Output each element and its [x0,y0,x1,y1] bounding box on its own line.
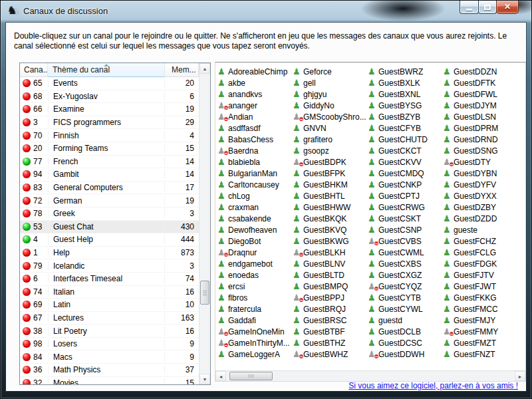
vertical-scrollbar-thumb[interactable] [200,281,209,305]
table-row[interactable]: 32Movies15 [20,377,199,385]
table-row[interactable]: 72German19 [20,194,199,207]
table-row[interactable]: 36Math Physics37 [20,364,199,377]
user-list-horizontal-scrollbar[interactable]: ◄ ► [215,370,525,381]
user-list-item[interactable]: ♟GuestCMDQ [368,168,443,179]
user-list-item[interactable]: ♟GuestBZYB [368,111,443,122]
user-list-item[interactable]: ♟GuestBTHZ [293,337,368,348]
user-list-item[interactable]: ♟GuestFMJY [443,315,518,326]
table-row[interactable]: 79Icelandic3 [20,259,199,273]
user-list-item[interactable]: ♟GuestDZDD [443,213,518,224]
user-list-item[interactable]: ♟Andian [217,111,293,122]
user-list-item[interactable]: ♟Geforce [293,66,368,77]
scroll-left-icon[interactable]: ◄ [215,371,226,381]
user-list-item[interactable]: ♟Draqnur [217,247,293,258]
table-row[interactable]: 84Macs9 [20,350,199,364]
user-list-item[interactable]: ♟DiegoBot [217,235,293,247]
user-list-item[interactable]: ♟craxman [217,201,293,213]
user-list-item[interactable]: ♟GuestCYQZ [368,281,443,292]
user-list-item[interactable]: ♟AdoreableChimp [217,66,293,77]
user-list-item[interactable]: ♟GuestFJTV [443,269,518,281]
user-list-item[interactable]: ♟GuestBHKM [293,179,368,190]
user-list-item[interactable]: ♟GuestBHTL [293,190,368,201]
user-list-item[interactable]: ♟GuestBWHZ [293,348,368,360]
user-list-item[interactable]: ♟enoedas [217,269,293,281]
table-row[interactable]: 67Lectures163 [20,312,199,325]
user-list-item[interactable]: ♟BabasChess [217,134,293,145]
user-list-item[interactable]: ♟GuestFDGK [443,258,518,269]
user-list-item[interactable]: ♟GuestCXGZ [368,269,443,281]
user-list-item[interactable]: ♟GNVN [293,122,368,134]
user-list-item[interactable]: ♟Gaddafi [217,315,293,326]
user-list-item[interactable]: ♟GuestFMMY [443,326,518,337]
table-row[interactable]: 20Forming Teams15 [20,142,199,156]
user-list-item[interactable]: ♟GuestCXBS [368,258,443,269]
maximize-button[interactable] [478,1,497,14]
user-list-item[interactable]: ♟gsoopz [293,145,368,156]
user-list-item[interactable]: ♟GameLoggerA [217,348,293,360]
user-list-item[interactable]: ♟GuestDZBY [443,201,518,213]
user-list-item[interactable]: ♟gueste [443,224,518,235]
column-header-theme[interactable]: Thème du canal [48,63,165,77]
user-list-item[interactable]: ♟csabakende [217,213,293,224]
table-row[interactable]: 94Gambit14 [20,168,199,182]
table-row[interactable]: 98Losers9 [20,338,199,351]
user-list-item[interactable]: ♟guestd [368,315,443,326]
user-list-item[interactable]: ♟GuestFNZT [443,348,518,360]
user-list-item[interactable]: ♟GuestDRND [443,134,518,145]
user-list-item[interactable]: ♟GuestDFTK [443,77,518,88]
user-list-item[interactable]: ♟endgamebot [217,258,293,269]
user-list-item[interactable]: ♟GuestCSNP [368,224,443,235]
user-list-item[interactable]: ♟GuestDTY [443,156,518,168]
user-list-item[interactable]: ♟GuestDCSC [368,337,443,348]
user-list-item[interactable]: ♟GuestCFYB [368,122,443,134]
user-list-item[interactable]: ♟GuestBLKH [293,247,368,258]
user-list-item[interactable]: ♟GuestDYFV [443,179,518,190]
user-list-item[interactable]: ♟Baerdna [217,145,293,156]
title-bar[interactable]: ♘ ♞ Canaux de discussion ✕ [1,1,532,23]
user-list-item[interactable]: ♟GuestCVBS [368,235,443,247]
user-list-item[interactable]: ♟GuestBKQK [293,213,368,224]
user-list-item[interactable]: ♟GuestCSKT [368,213,443,224]
user-list-item[interactable]: ♟Dewofheaven [217,224,293,235]
user-list-item[interactable]: ♟GuestDCLB [368,326,443,337]
user-list-item[interactable]: ♟GuestDDWH [368,348,443,360]
table-row[interactable]: 65Events20 [20,77,199,90]
user-list-item[interactable]: ♟BulgarianMan [217,168,293,179]
user-list-item[interactable]: ♟GuestDDZN [443,66,518,77]
table-row[interactable]: 77French14 [20,156,199,169]
user-list-item[interactable]: ♟fratercula [217,303,293,315]
user-list-item[interactable]: ♟GuestDSNG [443,145,518,156]
user-list-item[interactable]: ♟GuestBRQJ [293,303,368,315]
table-row[interactable]: 38Lit Poetry16 [20,325,199,338]
close-button[interactable]: ✕ [496,1,519,14]
channel-table-vertical-scrollbar[interactable]: ▲ ▼ [199,63,210,384]
minimize-button[interactable] [460,1,479,14]
user-list-item[interactable]: ♟GuestFMCC [443,303,518,315]
user-list-item[interactable]: ♟GuestBDPK [293,156,368,168]
share-app-link[interactable]: Si vous aimez ce logiciel, parlez-en à v… [348,381,518,390]
scroll-right-icon[interactable]: ► [515,371,525,381]
user-list-item[interactable]: ♟GuestCKVV [368,156,443,168]
user-list-item[interactable]: ♟GuestBRSC [293,315,368,326]
table-row[interactable]: 74Italian16 [20,286,199,299]
user-list-item[interactable]: ♟GameInThirtyM... [217,337,293,348]
user-list-item[interactable]: ♟GuestDYXX [443,190,518,201]
user-list-item[interactable]: ♟GuestFKKG [443,292,518,303]
user-list-item[interactable]: ♟chLog [217,190,293,201]
user-list-item[interactable]: ♟GuestCWML [368,247,443,258]
table-row[interactable]: 6Interfaces Timeseal74 [20,273,199,286]
user-list-item[interactable]: ♟GuestBMPQ [293,281,368,292]
user-list-item[interactable]: ♟anandkvs [217,88,293,100]
user-list-item[interactable]: ♟GuestDYBN [443,168,518,179]
scroll-up-icon[interactable]: ▲ [200,63,210,74]
user-list-item[interactable]: ♟ghjgyu [293,88,368,100]
user-list-item[interactable]: ♟GuestBTBF [293,326,368,337]
user-list-item[interactable]: ♟GuestBKWG [293,235,368,247]
column-header-channel[interactable]: Cana... [20,63,48,76]
user-list-item[interactable]: ♟GMScoobyShro... [293,111,368,122]
user-list-item[interactable]: ♟GuestBXLK [368,77,443,88]
table-row[interactable]: 68Ex-Yugoslav6 [20,90,199,104]
user-list-item[interactable]: ♟GuestFMZT [443,337,518,348]
user-list-item[interactable]: ♟GuestBLNV [293,258,368,269]
scroll-down-icon[interactable]: ▼ [200,374,210,384]
